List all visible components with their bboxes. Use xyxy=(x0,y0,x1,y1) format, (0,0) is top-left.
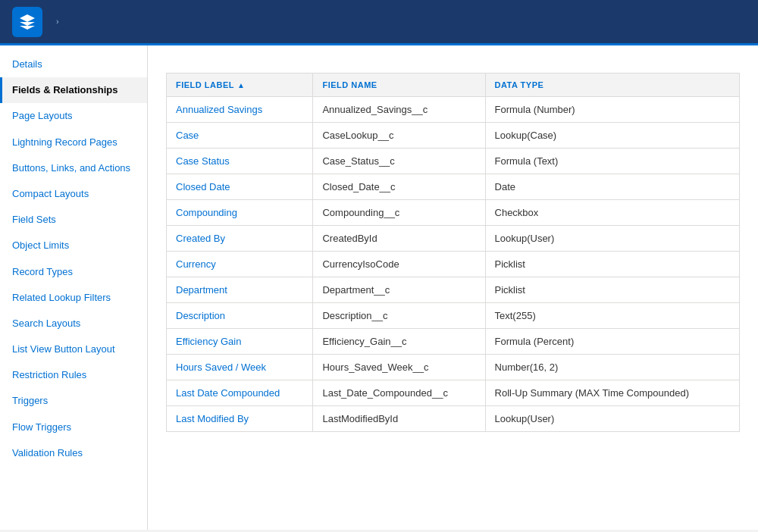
sidebar-item-triggers[interactable]: Triggers xyxy=(0,388,147,414)
sidebar-item-related-lookup-filters[interactable]: Related Lookup Filters xyxy=(0,285,147,311)
cell-data-type: Formula (Text) xyxy=(485,149,739,174)
cell-field-label: Hours Saved / Week xyxy=(167,355,313,380)
cell-data-type: Lookup(User) xyxy=(485,406,739,432)
field-label-link[interactable]: Department xyxy=(176,284,227,296)
cell-field-name: CaseLookup__c xyxy=(313,123,485,149)
table-row: Case StatusCase_Status__cFormula (Text) xyxy=(167,149,740,174)
cell-field-name: Last_Date_Compounded__c xyxy=(313,380,485,406)
table-row: Efficiency GainEfficiency_Gain__cFormula… xyxy=(167,329,740,355)
cell-field-name: CreatedById xyxy=(313,226,485,252)
cell-field-label: Last Date Compounded xyxy=(167,380,313,406)
cell-field-name: LastModifiedById xyxy=(313,406,485,432)
table-row: Closed DateClosed_Date__cDate xyxy=(167,174,740,200)
sidebar-item-compact-layouts[interactable]: Compact Layouts xyxy=(0,181,147,207)
cell-field-name: Compounding__c xyxy=(313,200,485,226)
cell-data-type: Formula (Percent) xyxy=(485,329,739,355)
sidebar-item-record-types[interactable]: Record Types xyxy=(0,259,147,285)
cell-field-name: Case_Status__c xyxy=(313,149,485,174)
cell-field-name: Annualized_Savings__c xyxy=(313,97,485,123)
field-label-link[interactable]: Hours Saved / Week xyxy=(176,361,266,373)
table-row: DescriptionDescription__cText(255) xyxy=(167,303,740,329)
table-row: CurrencyCurrencyIsoCodePicklist xyxy=(167,252,740,277)
sidebar-item-object-limits[interactable]: Object Limits xyxy=(0,233,147,258)
table-row: Last Modified ByLastModifiedByIdLookup(U… xyxy=(167,406,740,432)
breadcrumb: › xyxy=(53,17,62,26)
field-label-link[interactable]: Description xyxy=(176,310,225,321)
sidebar-item-list-view-button-layout[interactable]: List View Button Layout xyxy=(0,336,147,362)
cell-field-label: Efficiency Gain xyxy=(167,329,313,355)
main-layout: DetailsFields & RelationshipsPage Layout… xyxy=(0,45,758,530)
cell-data-type: Picklist xyxy=(485,277,739,303)
cell-field-name: Hours_Saved_Week__c xyxy=(313,355,485,380)
cell-field-name: Efficiency_Gain__c xyxy=(313,329,485,355)
cell-field-label: Created By xyxy=(167,226,313,252)
cell-field-name: Description__c xyxy=(313,303,485,329)
sidebar-item-validation-rules[interactable]: Validation Rules xyxy=(0,440,147,466)
app-header: › xyxy=(0,0,758,45)
cell-field-label: Case Status xyxy=(167,149,313,174)
cell-field-label: Annualized Savings xyxy=(167,97,313,123)
cell-field-label: Currency xyxy=(167,252,313,277)
cell-data-type: Formula (Number) xyxy=(485,97,739,123)
col-field-name: FIELD NAME xyxy=(313,74,485,97)
sidebar: DetailsFields & RelationshipsPage Layout… xyxy=(0,45,148,530)
field-label-link[interactable]: Annualized Savings xyxy=(176,104,262,115)
content-area: FIELD LABEL ▲ FIELD NAME DATA TYPE Annua… xyxy=(148,45,758,530)
sidebar-item-lightning-record-pages[interactable]: Lightning Record Pages xyxy=(0,130,147,155)
sort-arrow-icon: ▲ xyxy=(237,81,245,89)
field-label-link[interactable]: Last Modified By xyxy=(176,413,249,424)
cell-field-label: Closed Date xyxy=(167,174,313,200)
cell-field-label: Compounding xyxy=(167,200,313,226)
sidebar-item-fields-relationships[interactable]: Fields & Relationships xyxy=(0,77,147,103)
field-label-link[interactable]: Compounding xyxy=(176,207,237,218)
sidebar-item-field-sets[interactable]: Field Sets xyxy=(0,207,147,233)
field-label-link[interactable]: Closed Date xyxy=(176,181,230,192)
cell-field-label: Description xyxy=(167,303,313,329)
cell-data-type: Roll-Up Summary (MAX Time Compounded) xyxy=(485,380,739,406)
header-text: › xyxy=(53,17,62,27)
cell-field-name: Closed_Date__c xyxy=(313,174,485,200)
cell-data-type: Lookup(Case) xyxy=(485,123,739,149)
cell-field-label: Last Modified By xyxy=(167,406,313,432)
fields-table: FIELD LABEL ▲ FIELD NAME DATA TYPE Annua… xyxy=(166,73,740,432)
field-label-link[interactable]: Currency xyxy=(176,258,216,270)
col-data-type: DATA TYPE xyxy=(485,74,739,97)
table-header: FIELD LABEL ▲ FIELD NAME DATA TYPE xyxy=(167,74,740,97)
table-row: CompoundingCompounding__cCheckbox xyxy=(167,200,740,226)
field-label-link[interactable]: Created By xyxy=(176,233,225,244)
cell-data-type: Text(255) xyxy=(485,303,739,329)
col-field-label: FIELD LABEL ▲ xyxy=(167,74,313,97)
sidebar-item-restriction-rules[interactable]: Restriction Rules xyxy=(0,362,147,388)
cell-data-type: Date xyxy=(485,174,739,200)
field-label-link[interactable]: Efficiency Gain xyxy=(176,336,241,347)
table-row: Last Date CompoundedLast_Date_Compounded… xyxy=(167,380,740,406)
sidebar-item-buttons-links-actions[interactable]: Buttons, Links, and Actions xyxy=(0,155,147,181)
sidebar-item-page-layouts[interactable]: Page Layouts xyxy=(0,103,147,129)
table-row: Annualized SavingsAnnualized_Savings__cF… xyxy=(167,97,740,123)
cell-data-type: Picklist xyxy=(485,252,739,277)
field-label-link[interactable]: Case Status xyxy=(176,155,230,167)
col-field-label-text: FIELD LABEL xyxy=(176,80,234,89)
cell-field-name: Department__c xyxy=(313,277,485,303)
sidebar-item-search-layouts[interactable]: Search Layouts xyxy=(0,311,147,336)
cell-field-label: Case xyxy=(167,123,313,149)
field-label-link[interactable]: Case xyxy=(176,130,199,141)
table-body: Annualized SavingsAnnualized_Savings__cF… xyxy=(167,97,740,432)
table-row: Created ByCreatedByIdLookup(User) xyxy=(167,226,740,252)
field-label-link[interactable]: Last Date Compounded xyxy=(176,387,280,399)
table-row: CaseCaseLookup__cLookup(Case) xyxy=(167,123,740,149)
header-row: FIELD LABEL ▲ FIELD NAME DATA TYPE xyxy=(167,74,740,97)
cell-data-type: Lookup(User) xyxy=(485,226,739,252)
table-row: DepartmentDepartment__cPicklist xyxy=(167,277,740,303)
cell-field-label: Department xyxy=(167,277,313,303)
cell-data-type: Number(16, 2) xyxy=(485,355,739,380)
sidebar-item-details[interactable]: Details xyxy=(0,52,147,77)
cell-field-name: CurrencyIsoCode xyxy=(313,252,485,277)
breadcrumb-separator: › xyxy=(56,17,59,26)
sidebar-item-flow-triggers[interactable]: Flow Triggers xyxy=(0,415,147,440)
table-row: Hours Saved / WeekHours_Saved_Week__cNum… xyxy=(167,355,740,380)
cell-data-type: Checkbox xyxy=(485,200,739,226)
app-logo xyxy=(12,7,42,37)
layers-icon xyxy=(18,13,36,31)
